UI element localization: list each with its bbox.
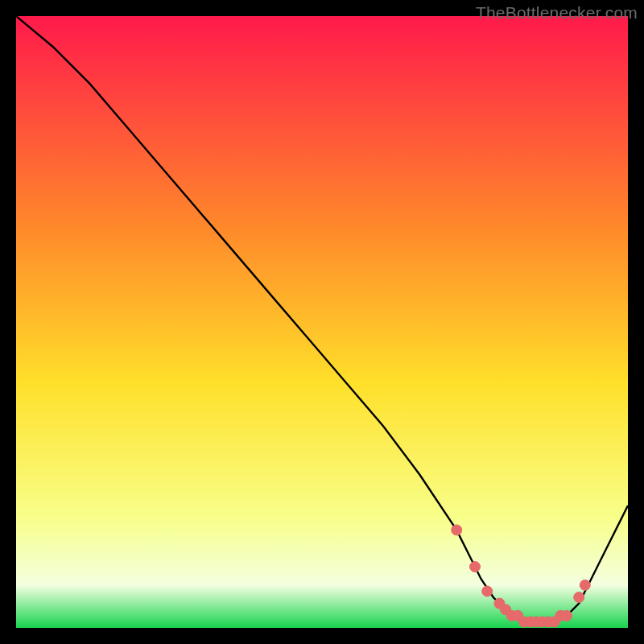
gradient-background xyxy=(16,16,628,628)
marker-point xyxy=(482,586,493,597)
marker-point xyxy=(580,580,590,590)
marker-point xyxy=(574,592,584,603)
marker-point xyxy=(470,562,481,572)
attribution-label: TheBottlenecker.com xyxy=(476,3,638,23)
marker-point xyxy=(562,610,572,621)
marker-point xyxy=(452,525,462,535)
chart-svg xyxy=(16,16,628,628)
